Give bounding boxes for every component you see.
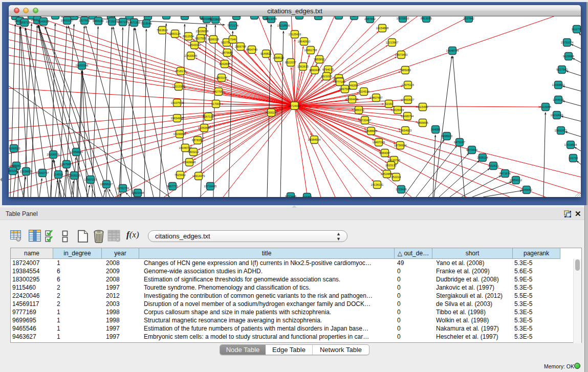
svg-text:10025433: 10025433 <box>391 108 404 112</box>
svg-text:7986372: 7986372 <box>353 108 364 112</box>
svg-text:8215958: 8215958 <box>540 105 551 108</box>
svg-text:1244415: 1244415 <box>553 98 564 101</box>
svg-text:415352: 415352 <box>302 195 312 197</box>
svg-text:12923448: 12923448 <box>132 191 144 194</box>
svg-text:20053346: 20053346 <box>76 64 89 67</box>
svg-text:18407249: 18407249 <box>373 141 385 144</box>
svg-text:9242848: 9242848 <box>219 62 230 65</box>
svg-text:16671355: 16671355 <box>128 21 141 24</box>
svg-text:16210643: 16210643 <box>551 114 563 117</box>
svg-text:16648784: 16648784 <box>446 49 459 52</box>
svg-text:5493222: 5493222 <box>188 150 199 154</box>
svg-text:26260520: 26260520 <box>9 147 20 150</box>
svg-text:9245652: 9245652 <box>521 188 532 191</box>
svg-text:62160: 62160 <box>385 102 393 105</box>
svg-text:1362615: 1362615 <box>297 65 309 68</box>
svg-text:12505135: 12505135 <box>68 174 81 177</box>
svg-text:18640910: 18640910 <box>298 40 311 43</box>
svg-text:1990448: 1990448 <box>309 69 320 72</box>
svg-text:8471676: 8471676 <box>499 172 511 175</box>
svg-text:60332: 60332 <box>232 16 241 17</box>
svg-text:2718170: 2718170 <box>175 70 186 73</box>
svg-text:9427552: 9427552 <box>213 90 224 93</box>
svg-text:7625402: 7625402 <box>175 173 186 177</box>
svg-text:6497568: 6497568 <box>339 87 351 91</box>
svg-text:10973493: 10973493 <box>395 53 408 56</box>
svg-text:393154: 393154 <box>9 169 17 172</box>
svg-text:77151: 77151 <box>107 16 115 17</box>
svg-text:10688609: 10688609 <box>365 129 378 133</box>
svg-text:51512: 51512 <box>181 16 189 17</box>
svg-text:6466160: 6466160 <box>93 19 104 23</box>
svg-text:10958167: 10958167 <box>100 183 113 186</box>
svg-text:10756924: 10756924 <box>394 144 407 147</box>
svg-text:36641: 36641 <box>89 16 97 17</box>
svg-text:6878352: 6878352 <box>192 139 203 142</box>
svg-text:14136141: 14136141 <box>371 183 384 186</box>
svg-text:20364436: 20364436 <box>346 98 359 101</box>
svg-text:6794073: 6794073 <box>322 68 334 71</box>
svg-text:9777169: 9777169 <box>334 80 345 83</box>
svg-text:9084067: 9084067 <box>379 151 390 155</box>
svg-text:9474444: 9474444 <box>466 148 477 151</box>
svg-text:19654938: 19654938 <box>171 117 184 120</box>
svg-text:11353594: 11353594 <box>198 126 210 129</box>
svg-text:15751074: 15751074 <box>561 41 574 44</box>
svg-text:12213967: 12213967 <box>386 41 399 44</box>
svg-text:7955812: 7955812 <box>314 58 325 61</box>
svg-text:9140616: 9140616 <box>38 20 49 23</box>
svg-text:7485063: 7485063 <box>400 69 411 72</box>
svg-text:8912954: 8912954 <box>183 35 194 38</box>
svg-text:15720407: 15720407 <box>359 119 372 122</box>
svg-text:20206576: 20206576 <box>47 153 60 156</box>
svg-text:23226058: 23226058 <box>196 30 209 33</box>
svg-text:10807487: 10807487 <box>370 96 383 99</box>
svg-text:16891: 16891 <box>51 16 59 17</box>
svg-text:14914479: 14914479 <box>192 174 205 178</box>
svg-text:15033810: 15033810 <box>397 17 409 20</box>
svg-text:1667135: 1667135 <box>117 20 128 24</box>
svg-text:17016504: 17016504 <box>564 143 577 146</box>
svg-text:7515546: 7515546 <box>141 22 152 25</box>
svg-text:13654923: 13654923 <box>399 129 412 132</box>
svg-text:2087662: 2087662 <box>364 17 376 20</box>
svg-text:13125419: 13125419 <box>289 33 301 36</box>
svg-text:417004: 417004 <box>211 102 221 105</box>
svg-text:10719155: 10719155 <box>106 20 119 23</box>
svg-text:7284: 7284 <box>351 16 357 17</box>
svg-text:9232448: 9232448 <box>285 195 296 197</box>
svg-text:9657771: 9657771 <box>167 185 178 188</box>
svg-text:2906768: 2906768 <box>235 45 246 48</box>
svg-text:16782759: 16782759 <box>117 187 129 190</box>
svg-text:16543342: 16543342 <box>188 43 201 47</box>
svg-text:12942737: 12942737 <box>36 171 49 174</box>
svg-text:9146821: 9146821 <box>260 52 272 55</box>
svg-text:8454749: 8454749 <box>246 48 257 51</box>
svg-text:18724007: 18724007 <box>288 104 301 107</box>
svg-text:16154808: 16154808 <box>376 27 389 30</box>
svg-text:8938913: 8938913 <box>441 135 452 138</box>
svg-text:5033809: 5033809 <box>210 18 221 21</box>
svg-text:17957225: 17957225 <box>84 178 97 181</box>
svg-text:12975115: 12975115 <box>402 83 414 86</box>
svg-text:33012: 33012 <box>295 16 303 17</box>
svg-text:10653267: 10653267 <box>61 19 74 22</box>
svg-text:116753: 116753 <box>569 157 578 160</box>
svg-text:8813054: 8813054 <box>266 17 277 20</box>
svg-text:1621023: 1621023 <box>321 75 332 78</box>
svg-text:84103: 84103 <box>314 16 322 17</box>
svg-text:2637842: 2637842 <box>463 17 474 20</box>
svg-text:15692971: 15692971 <box>555 129 568 132</box>
svg-text:9115460: 9115460 <box>417 105 428 108</box>
svg-text:2935114: 2935114 <box>477 156 488 159</box>
svg-text:8813055: 8813055 <box>421 17 432 20</box>
svg-text:6899695: 6899695 <box>417 121 428 124</box>
svg-text:13156829: 13156829 <box>20 170 33 173</box>
svg-text:3875685: 3875685 <box>222 51 233 54</box>
svg-text:9571: 9571 <box>71 16 77 17</box>
svg-text:88211: 88211 <box>125 16 133 17</box>
svg-text:8322037: 8322037 <box>285 61 296 64</box>
svg-text:7572174: 7572174 <box>227 24 238 27</box>
svg-text:6479197: 6479197 <box>454 141 465 144</box>
svg-text:23420046: 23420046 <box>185 54 198 57</box>
